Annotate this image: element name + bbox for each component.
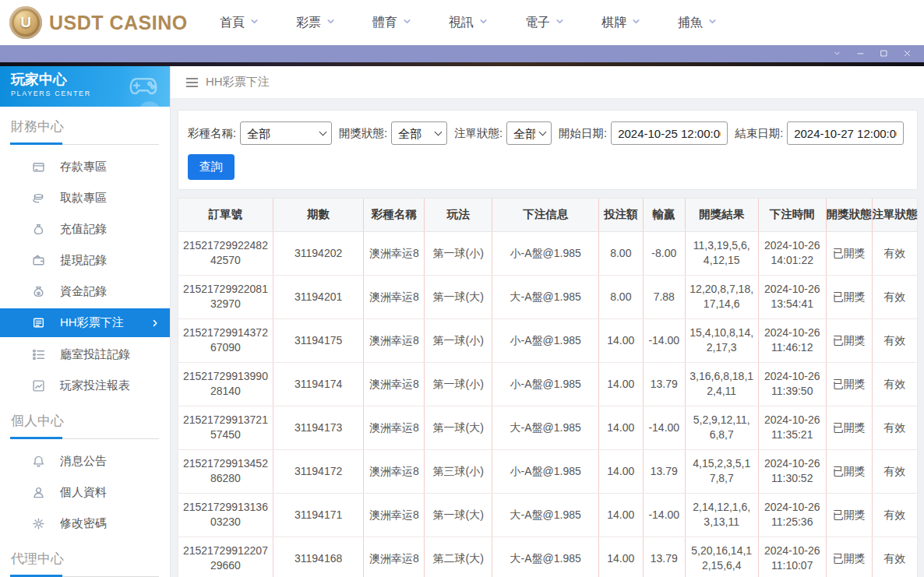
nav-item-fishing[interactable]: 捕魚	[678, 15, 718, 31]
nav-item-label: 視訊	[449, 15, 474, 31]
table-cell: 有效	[872, 275, 917, 318]
table-cell: 已開獎	[826, 362, 872, 406]
draw-status-select[interactable]: 全部	[392, 122, 446, 144]
table-cell: 5,20,16,14,12,15,6,4	[685, 537, 758, 577]
page-title: HH彩票下注	[206, 75, 270, 90]
nav-item-live-video[interactable]: 視訊	[449, 15, 488, 31]
sidebar-item-withdrawal-record[interactable]: 提現記錄	[0, 245, 170, 276]
table-cell: 小-A盤@1.985	[492, 449, 599, 493]
table-cell: 澳洲幸运8	[364, 362, 425, 406]
table-cell: 已開獎	[826, 318, 872, 362]
table-cell: 2024-10-26 13:54:41	[758, 275, 826, 318]
lottery-name-select[interactable]: 全部	[241, 122, 331, 144]
sidebar-item-label: 廳室投註記錄	[60, 347, 130, 362]
nav-item-label: 電子	[525, 15, 550, 31]
sidebar-item-player-bet-report[interactable]: 玩家投注報表	[0, 370, 170, 401]
query-button[interactable]: 查詢	[188, 154, 235, 180]
close-button[interactable]	[903, 47, 912, 61]
table-cell: 小-A盤@1.985	[492, 318, 599, 362]
nav-item-label: 棋牌	[601, 15, 626, 31]
maximize-button[interactable]	[880, 47, 888, 61]
sidebar-item-room-bet-record[interactable]: 廳室投註記錄	[0, 339, 170, 370]
table-cell: -14.00	[643, 318, 685, 362]
table-header-row: 訂單號期數彩種名稱玩法下注信息投注額輸贏開獎結果下注時間開獎狀態注單狀態	[178, 199, 917, 231]
start-date-label: 開始日期:	[559, 126, 607, 141]
end-date-label: 結束日期:	[735, 126, 783, 141]
table-cell: 第一球(大)	[425, 406, 492, 449]
table-row: 215217299143726709031194175澳洲幸运8第一球(小)小-…	[178, 318, 917, 362]
table-header-cell: 開獎狀態	[826, 199, 872, 231]
table-cell: 有效	[872, 318, 917, 362]
table-cell: 13.79	[643, 362, 685, 406]
deposit-icon	[32, 160, 45, 174]
filter-panel: 彩種名稱: 全部 開獎狀態: 全部 注單狀態: 全部 開始日期: 結束日期: 查…	[178, 110, 918, 190]
bets-table-card: 訂單號期數彩種名稱玩法下注信息投注額輸贏開獎結果下注時間開獎狀態注單狀態 215…	[178, 198, 918, 577]
table-cell: 2152172991345286280	[178, 449, 273, 493]
table-header-cell: 投注額	[598, 199, 643, 231]
nav-item-electronic[interactable]: 電子	[525, 15, 565, 31]
funds-record-icon	[32, 285, 45, 298]
table-row: 215217299134528628031194172澳洲幸运8第三球(小)小-…	[178, 449, 917, 493]
chevron-down-icon	[326, 16, 336, 30]
sidebar-item-label: HH彩票下注	[60, 315, 124, 330]
sidebar-item-notices[interactable]: 消息公告	[0, 445, 170, 477]
table-cell: 第二球(大)	[425, 537, 492, 577]
sidebar-section-title: 個人中心	[11, 412, 170, 430]
table-cell: 大-A盤@1.985	[492, 537, 599, 577]
sidebar-item-recharge-record[interactable]: 充值記錄	[0, 213, 170, 245]
table-cell: 14.00	[598, 406, 643, 449]
lottery-bet-icon	[32, 316, 45, 329]
hamburger-icon[interactable]	[186, 78, 198, 87]
nav-item-lottery[interactable]: 彩票	[296, 15, 336, 31]
table-row: 215217299122072966031194168澳洲幸运8第二球(大)大-…	[178, 537, 917, 577]
sidebar-section-title: 代理中心	[11, 550, 170, 568]
chevron-right-icon	[150, 318, 160, 328]
maximize-icon	[880, 47, 888, 61]
table-cell: 2,14,12,1,6,3,13,11	[685, 493, 758, 537]
table-header-cell: 注單狀態	[872, 199, 917, 231]
end-date-input[interactable]	[787, 121, 904, 145]
sidebar-item-label: 玩家投注報表	[60, 378, 130, 393]
order-status-select[interactable]: 全部	[507, 122, 551, 144]
main-area: HH彩票下注 彩種名稱: 全部 開獎狀態: 全部 注單狀態: 全部 開始日期: …	[171, 66, 924, 577]
chevron-down-icon	[631, 16, 641, 30]
table-header-cell: 玩法	[425, 199, 492, 231]
minimize-button[interactable]	[856, 47, 865, 61]
content: 彩種名稱: 全部 開獎狀態: 全部 注單狀態: 全部 開始日期: 結束日期: 查…	[171, 99, 924, 577]
sidebar-item-profile[interactable]: 個人資料	[0, 477, 170, 508]
table-cell: 2024-10-26 11:35:21	[758, 406, 826, 449]
sidebar-item-label: 資金記錄	[60, 284, 107, 299]
nav-item-sports[interactable]: 體育	[372, 15, 412, 31]
table-cell: 31194173	[273, 406, 364, 449]
table-cell: 2024-10-26 11:39:50	[758, 362, 826, 406]
sidebar-item-withdraw-zone[interactable]: 取款專區	[0, 182, 170, 213]
table-cell: 31194174	[273, 362, 364, 406]
room-bet-icon	[32, 348, 45, 361]
section-underline	[10, 437, 159, 439]
brand-logo[interactable]: U USDT CASINO	[0, 6, 196, 39]
sidebar-item-deposit-zone[interactable]: 存款專區	[0, 151, 170, 182]
table-cell: 13.79	[643, 537, 685, 577]
sidebar-item-hh-lottery-bets[interactable]: HH彩票下注	[0, 308, 170, 337]
sidebar-item-funds-record[interactable]: 資金記錄	[0, 276, 170, 307]
sidebar-item-change-password[interactable]: 修改密碼	[0, 508, 170, 539]
table-cell: 2152172991372157450	[178, 406, 273, 449]
table-cell: 有效	[872, 406, 917, 449]
withdraw-record-icon	[32, 254, 45, 267]
collapse-chevron-button[interactable]	[833, 47, 841, 61]
nav-item-label: 體育	[372, 15, 397, 31]
chevron-down-icon	[478, 16, 488, 30]
chevron-down-icon	[555, 16, 565, 30]
table-cell: 4,15,2,3,5,17,8,7	[685, 449, 758, 493]
table-cell: 已開獎	[826, 449, 872, 493]
start-date-input[interactable]	[611, 121, 728, 145]
table-cell: 已開獎	[826, 231, 872, 275]
table-cell: 已開獎	[826, 275, 872, 318]
nav-item-home[interactable]: 首頁	[220, 15, 259, 31]
report-icon	[32, 379, 45, 392]
nav-item-chess-cards[interactable]: 棋牌	[601, 15, 641, 31]
table-cell: 第一球(小)	[425, 318, 492, 362]
table-cell: 大-A盤@1.985	[492, 406, 599, 449]
table-cell: 已開獎	[826, 406, 872, 449]
table-header-cell: 期數	[273, 199, 364, 231]
